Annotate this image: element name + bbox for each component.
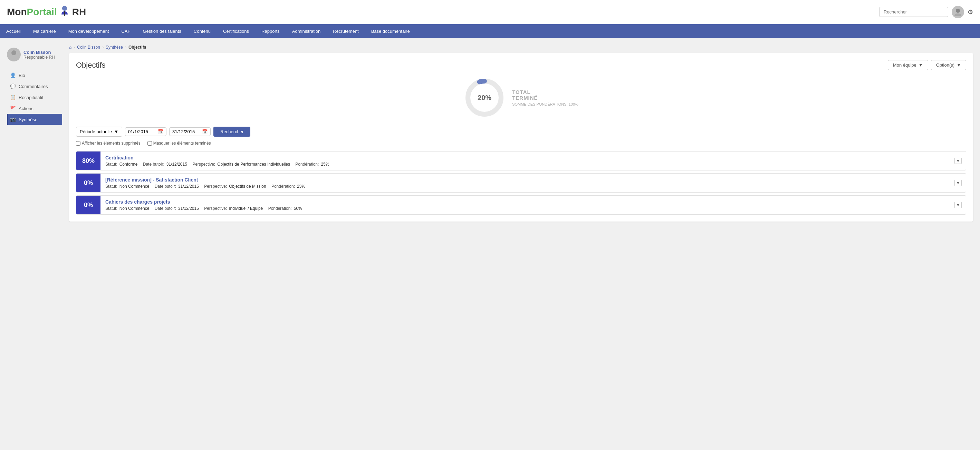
options-chevron-icon: ▼: [956, 62, 961, 68]
nav-item-gestion-des-talents[interactable]: Gestion des talents: [137, 24, 187, 38]
statut-value-1: Non Commencé: [119, 184, 150, 189]
date-to-wrap: 📅: [169, 127, 211, 136]
date-label-2: Date butoir:: [155, 206, 176, 211]
objectives-list: 80% Certification Statut: Conforme Date …: [76, 151, 966, 215]
home-icon[interactable]: ⌂: [69, 45, 72, 50]
obj-expand-1[interactable]: ▼: [950, 174, 966, 192]
statut-label-0: Statut:: [105, 162, 118, 167]
breadcrumb-section[interactable]: Synthèse: [106, 45, 123, 50]
actions-icon: 🚩: [10, 106, 16, 111]
perspective-value-2: Individuel / Equipe: [229, 206, 263, 211]
page-title: Objectifs: [76, 61, 106, 70]
sidebar-item-recapitulatif[interactable]: 📋 Récapitulatif: [7, 92, 62, 103]
breadcrumb-current: Objectifs: [129, 45, 146, 50]
statut-value-0: Conforme: [119, 162, 138, 167]
check-termines-label[interactable]: Masquer les éléments terminés: [148, 141, 211, 146]
sidebar-item-commentaires[interactable]: 💬 Commentaires: [7, 81, 62, 92]
objective-item-2: 0% Cahiers des charges projets Statut: N…: [76, 195, 966, 215]
sidebar-user-name: Colin Bisson: [24, 50, 55, 55]
ponderation-value-0: 25%: [321, 162, 329, 167]
calendar-from-icon[interactable]: 📅: [158, 129, 163, 134]
nav-item-base-documentaire[interactable]: Base documentaire: [365, 24, 416, 38]
nav-item-rapports[interactable]: Rapports: [255, 24, 286, 38]
obj-details-1: [Référence mission] - Satisfaction Clien…: [100, 174, 950, 192]
sidebar-item-synthese[interactable]: 📷 Synthèse: [7, 114, 62, 125]
sidebar-item-actions[interactable]: 🚩 Actions: [7, 103, 62, 114]
header-right: ⚙: [879, 6, 973, 18]
date-from-wrap: 📅: [125, 127, 167, 136]
date-label-1: Date butoir:: [155, 184, 176, 189]
nav-item-recrutement[interactable]: Recrutement: [327, 24, 365, 38]
search-input[interactable]: [879, 7, 948, 17]
nav-item-caf[interactable]: CAF: [115, 24, 137, 38]
sidebar-item-bio-label: Bio: [19, 73, 25, 78]
obj-title-1[interactable]: [Référence mission] - Satisfaction Clien…: [105, 177, 945, 182]
recapitulatif-icon: 📋: [10, 95, 16, 100]
chevron-down-icon-0: ▼: [955, 158, 962, 164]
obj-pct-1: 0%: [76, 174, 100, 192]
options-label: Option(s): [936, 62, 955, 68]
sidebar-item-commentaires-label: Commentaires: [19, 84, 48, 89]
date-value-1: 31/12/2015: [178, 184, 199, 189]
obj-expand-2[interactable]: ▼: [950, 196, 966, 214]
mon-equipe-label: Mon équipe: [893, 62, 916, 68]
donut-chart: 20%: [464, 77, 505, 118]
nav-item-ma-carriere[interactable]: Ma carrière: [27, 24, 62, 38]
nav-item-certifications[interactable]: Certifications: [217, 24, 255, 38]
obj-details-2: Cahiers des charges projets Statut: Non …: [100, 196, 950, 214]
check-supprimes[interactable]: [76, 141, 80, 146]
sidebar-menu: 👤 Bio 💬 Commentaires 📋 Récapitulatif 🚩 A…: [7, 70, 62, 125]
nav-item-contenu[interactable]: Contenu: [188, 24, 217, 38]
breadcrumb: ⌂ › Colin Bisson › Synthèse › Objectifs: [69, 45, 973, 50]
date-label-0: Date butoir:: [143, 162, 164, 167]
svg-point-0: [62, 6, 67, 11]
donut-percent-label: 20%: [477, 94, 492, 102]
statut-label-2: Statut:: [105, 206, 118, 211]
logo: MonPortail RH: [7, 5, 86, 19]
nav-item-accueil[interactable]: Accueil: [0, 24, 27, 38]
content-area: ⌂ › Colin Bisson › Synthèse › Objectifs …: [69, 45, 973, 222]
card-actions: Mon équipe ▼ Option(s) ▼: [888, 60, 966, 70]
date-value-0: 31/12/2015: [167, 162, 187, 167]
sidebar-user-role: Responsable RH: [24, 55, 55, 60]
settings-button[interactable]: ⚙: [967, 8, 973, 16]
main-container: Colin Bisson Responsable RH 👤 Bio 💬 Comm…: [0, 38, 980, 228]
sidebar-item-actions-label: Actions: [19, 106, 33, 111]
nav-item-administration[interactable]: Administration: [286, 24, 327, 38]
obj-pct-0: 80%: [76, 152, 100, 170]
chart-total-label: TOTAL: [512, 89, 578, 95]
checkboxes-row: Afficher les éléments supprimés Masquer …: [76, 141, 966, 146]
logo-portail: Portail: [27, 6, 57, 17]
chart-text: TOTAL TERMINÉ SOMME DES PONDÉRATIONS: 10…: [512, 89, 578, 106]
svg-point-2: [956, 9, 960, 13]
mon-equipe-chevron-icon: ▼: [918, 62, 923, 68]
obj-meta-2: Statut: Non Commencé Date butoir: 31/12/…: [105, 206, 945, 211]
date-to-input[interactable]: [172, 129, 200, 134]
options-button[interactable]: Option(s) ▼: [931, 60, 966, 70]
sidebar-item-bio[interactable]: 👤 Bio: [7, 70, 62, 81]
logo-icon: [58, 5, 71, 19]
period-chevron-icon: ▼: [114, 129, 118, 134]
date-from-input[interactable]: [128, 129, 156, 134]
check-supprimes-label[interactable]: Afficher les éléments supprimés: [76, 141, 140, 146]
obj-pct-2: 0%: [76, 196, 100, 214]
search-button[interactable]: Rechercher: [213, 127, 250, 137]
sidebar-avatar: [7, 48, 21, 62]
main-card: Objectifs Mon équipe ▼ Option(s) ▼: [69, 53, 973, 222]
ponderation-label-0: Pondération:: [295, 162, 319, 167]
obj-title-2[interactable]: Cahiers des charges projets: [105, 199, 945, 204]
chart-area: 20% TOTAL TERMINÉ SOMME DES PONDÉRATIONS…: [76, 77, 966, 118]
nav-item-mon-developpement[interactable]: Mon développement: [62, 24, 115, 38]
calendar-to-icon[interactable]: 📅: [202, 129, 208, 134]
perspective-value-1: Objectifs de Mission: [229, 184, 266, 189]
synthese-icon: 📷: [10, 117, 16, 122]
obj-expand-0[interactable]: ▼: [950, 152, 966, 170]
check-termines[interactable]: [148, 141, 152, 146]
breadcrumb-user[interactable]: Colin Bisson: [77, 45, 100, 50]
sidebar-item-synthese-label: Synthèse: [19, 117, 37, 122]
svg-point-3: [11, 51, 16, 55]
period-select[interactable]: Période actuelle ▼: [76, 127, 122, 137]
mon-equipe-button[interactable]: Mon équipe ▼: [888, 60, 928, 70]
obj-title-0[interactable]: Certification: [105, 155, 945, 160]
chevron-down-icon-1: ▼: [955, 180, 962, 186]
